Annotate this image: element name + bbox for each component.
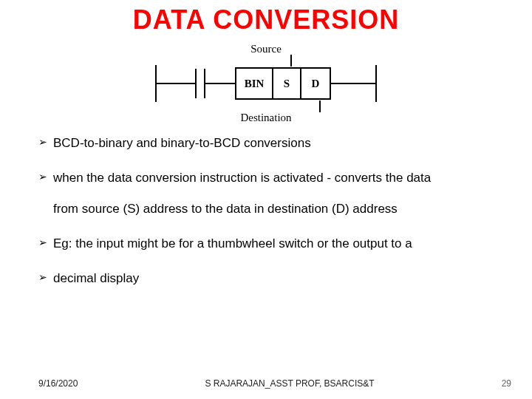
list-item: Eg: the input might be for a thumbwheel … <box>38 235 499 253</box>
slide-title: DATA CONVERSION <box>0 4 532 35</box>
slide-footer: 9/16/2020 S RAJARAJAN_ASST PROF, BSARCIS… <box>0 378 532 389</box>
normally-open-contact <box>188 69 213 98</box>
footer-date: 9/16/2020 <box>38 378 78 389</box>
bullet-text-continuation: from source (S) address to the data in d… <box>53 200 499 219</box>
block-cell-d: D <box>301 69 330 98</box>
list-item: when the data conversion instruction is … <box>38 169 499 219</box>
left-rail-bar <box>155 65 157 102</box>
ladder-diagram: Source BIN S D Destination <box>155 43 377 124</box>
instruction-block: BIN S D <box>235 67 331 100</box>
bullet-text: decimal display <box>53 271 139 285</box>
block-cell-s: S <box>273 69 301 98</box>
list-item: BCD-to-binary and binary-to-BCD conversi… <box>38 134 499 153</box>
destination-pointer-line <box>319 100 321 112</box>
bullet-list: BCD-to-binary and binary-to-BCD conversi… <box>0 134 532 287</box>
ladder-rung: BIN S D <box>155 59 377 108</box>
bullet-text: Eg: the input might be for a thumbwheel … <box>53 236 412 250</box>
block-cell-bin: BIN <box>236 69 273 98</box>
bullet-text: when the data conversion instruction is … <box>53 171 431 185</box>
list-item: decimal display <box>38 270 499 288</box>
diagram-source-label: Source <box>155 43 377 55</box>
right-rail-bar <box>375 65 377 102</box>
diagram-destination-label: Destination <box>155 112 377 124</box>
bullet-text: BCD-to-binary and binary-to-BCD conversi… <box>53 136 311 150</box>
footer-page-number: 29 <box>502 378 511 389</box>
footer-author: S RAJARAJAN_ASST PROF, BSARCIS&T <box>78 378 501 389</box>
